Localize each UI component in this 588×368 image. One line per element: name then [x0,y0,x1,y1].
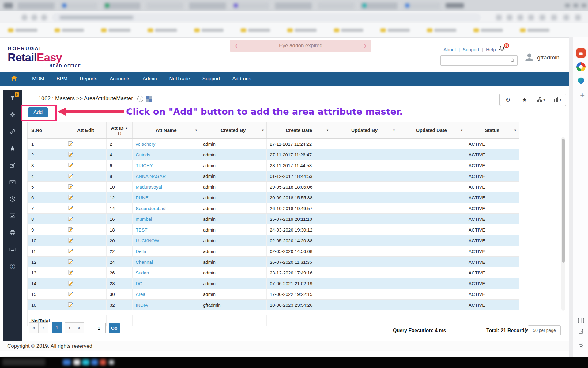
column-header-updated-date[interactable]: Updated Date▼ [398,122,466,139]
print-icon[interactable] [9,229,16,236]
att-name-link[interactable]: Chennai [136,259,153,265]
nav-item-bpm[interactable]: BPM [50,72,74,86]
att-name-link[interactable]: Delhi [136,249,146,254]
column-header-att-edit[interactable]: Att Edit [65,122,107,139]
att-name-link[interactable]: Sudan [136,270,149,275]
nav-item-accounts[interactable]: Accounts [104,72,137,86]
goto-page-input[interactable] [92,323,106,333]
per-page-dropdown[interactable]: 50 per page [528,325,561,335]
settings-gear-icon[interactable] [9,111,16,118]
att-name-link[interactable]: mumbai [136,217,152,222]
nav-item-admin[interactable]: Admin [137,72,163,86]
help-icon[interactable]: ? [9,263,16,270]
cell-sno: 4 [28,171,65,182]
hierarchy-view-button[interactable]: ▾ [533,94,549,106]
breadcrumb-help-icon[interactable]: ? [137,96,143,102]
chart-view-button[interactable]: ▾ [549,94,566,106]
mail-icon[interactable] [9,178,16,186]
att-name-link[interactable]: ANNA NAGAR [136,174,166,179]
edit-icon[interactable] [68,184,74,189]
link-icon[interactable] [9,128,16,135]
panel-settings-gear-icon[interactable] [576,341,586,350]
nav-item-support[interactable]: Support [196,72,226,86]
att-name-link[interactable]: TEST [136,227,147,232]
edit-icon[interactable] [68,248,74,254]
browser-extension-icon-2[interactable] [576,62,586,71]
nav-item-reports[interactable]: Reports [74,72,104,86]
att-name-link[interactable]: Secunderabad [136,206,166,211]
edit-icon[interactable] [68,205,74,211]
filter-icon[interactable]: 0 [9,94,16,102]
column-header-create-date[interactable]: Create Date▼ [267,122,331,139]
header-link-about[interactable]: About [443,47,456,52]
att-name-link[interactable]: LUCKNOW [136,238,159,243]
edit-icon[interactable] [68,194,74,200]
dashboard-image-icon[interactable] [9,212,16,220]
user-menu[interactable]: gftadmin [524,52,560,64]
pagination-first-button[interactable]: « [29,322,39,333]
add-button[interactable]: Add [28,107,48,117]
column-header-created-by[interactable]: Created By▼ [200,122,267,139]
att-name-link[interactable]: DG [136,281,143,286]
edit-icon[interactable] [68,259,74,264]
column-header-status[interactable]: Status▼ [466,122,519,139]
nav-home[interactable] [8,72,21,86]
nav-item-addons[interactable]: Add-ons [226,72,257,86]
page-scrollbar[interactable] [569,37,573,357]
header-search-input[interactable] [443,56,508,64]
edit-icon[interactable] [68,270,74,275]
edit-icon[interactable] [68,291,74,297]
browser-extension-icon-3[interactable] [576,76,586,85]
nav-item-nettrade[interactable]: NetTrade [163,72,196,86]
header-link-help[interactable]: Help [486,47,496,52]
favorites-star-icon[interactable] [9,145,16,152]
grid-view-icon[interactable] [146,96,152,103]
column-header-updated-by[interactable]: Updated By▼ [331,122,398,139]
edit-icon[interactable] [68,302,74,307]
go-button[interactable]: Go [109,323,120,333]
edit-icon[interactable] [68,280,74,286]
column-dropdown-icon[interactable]: ▼ [195,129,198,132]
banner-next-icon[interactable]: › [364,40,367,51]
column-dropdown-icon[interactable]: ▼ [326,129,329,132]
att-name-link[interactable]: Maduravoyal [136,184,162,190]
att-name-link[interactable]: TRICHY [136,163,153,168]
pagination-page-1[interactable]: 1 [52,322,62,333]
nav-item-mdm[interactable]: MDM [26,72,50,86]
column-dropdown-icon[interactable]: ▼ [262,129,264,132]
search-icon[interactable] [510,58,515,64]
refresh-button[interactable]: ↻ [500,94,516,106]
column-header-sno[interactable]: S.No [28,122,65,139]
column-header-att-name[interactable]: Att Name▼ [133,122,200,139]
att-name-link[interactable]: INDIA [136,302,148,308]
edit-icon[interactable] [68,162,74,168]
column-header-att-id[interactable]: Att ID▼ T↕ [107,122,133,139]
history-clock-icon[interactable] [9,195,16,203]
att-name-link[interactable]: Area [136,292,145,297]
header-link-support[interactable]: Support [463,47,479,52]
column-filter-icon[interactable]: T↕ [107,131,132,136]
favorite-button[interactable]: ★ [516,94,533,106]
table-scrollbar-thumb[interactable] [562,139,565,263]
column-dropdown-icon[interactable]: ▼ [393,129,395,132]
edit-icon[interactable] [68,151,74,157]
edit-icon[interactable] [68,173,74,178]
open-external-icon[interactable] [576,327,586,336]
keyboard-icon[interactable] [9,246,16,253]
column-dropdown-icon[interactable]: ▼ [460,129,463,132]
pagination-prev-button[interactable]: ‹ [38,322,48,333]
column-dropdown-icon[interactable]: ▼ [514,129,517,132]
pagination-last-button[interactable]: » [74,322,84,333]
layout-panels-icon[interactable] [576,316,586,325]
att-name-link[interactable]: velachery [136,141,155,147]
att-name-link[interactable]: PUNE [136,195,149,200]
browser-extension-icon-1[interactable] [576,48,586,58]
edit-icon[interactable] [68,141,74,146]
add-panel-icon[interactable]: + [578,90,586,100]
export-icon[interactable] [9,162,16,169]
pagination-next-button[interactable]: › [65,322,74,333]
edit-icon[interactable] [68,237,74,243]
edit-icon[interactable] [68,227,74,232]
edit-icon[interactable] [68,216,74,221]
att-name-link[interactable]: Guindy [136,152,150,157]
